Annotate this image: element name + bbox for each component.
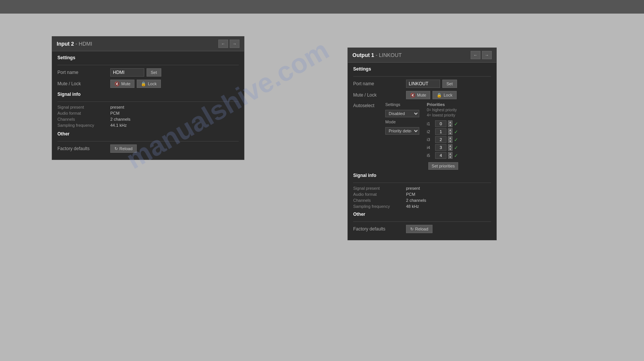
output1-disabled-select[interactable]: Disabled — [385, 110, 419, 117]
output1-sampling-value: 48 kHz — [406, 204, 419, 209]
output1-signal-present-row: Signal present present — [353, 186, 491, 190]
priority-input-i3[interactable] — [435, 136, 446, 143]
input2-sampling-value: 44.1 kHz — [110, 123, 127, 128]
set-priorities-button[interactable]: Set priorities — [428, 162, 458, 170]
mute-icon: 🔇 — [410, 93, 415, 98]
input2-portname-label: Port name — [57, 70, 110, 75]
priority-input-i5[interactable] — [435, 152, 446, 159]
priority-down-i2[interactable]: ▼ — [448, 132, 452, 135]
priority-up-i3[interactable]: ▲ — [448, 136, 452, 140]
output1-channels-value: 2 channels — [406, 198, 426, 203]
output1-set-button[interactable]: Set — [442, 80, 457, 88]
priority-up-i4[interactable]: ▲ — [448, 144, 452, 147]
input2-mute-button[interactable]: 🔇 Mute — [110, 80, 134, 88]
output1-signal-present-value: present — [406, 186, 420, 190]
input2-other-title: Other — [57, 131, 239, 138]
output1-reload-button[interactable]: ↻ Reload — [406, 225, 432, 233]
input2-portname-row: Port name Set — [57, 68, 239, 77]
reload-icon: ↻ — [114, 146, 118, 151]
output1-next-button[interactable]: → — [482, 51, 492, 59]
priority-up-i2[interactable]: ▲ — [448, 128, 452, 132]
priority-row-i1: i1 ▲ ▼ ✓ — [427, 120, 458, 127]
output1-autoselect-settings: Settings Disabled Mode Priority detect — [385, 102, 419, 170]
output1-mutelock-label: Mute / Lock — [353, 92, 406, 98]
priority-down-i4[interactable]: ▼ — [448, 147, 452, 151]
priority-check-i1: ✓ — [454, 121, 458, 127]
priority-row-i3: i3 ▲ ▼ ✓ — [427, 136, 458, 143]
output1-channels-label: Channels — [353, 198, 406, 203]
output1-factory-label: Factory defaults — [353, 226, 406, 232]
input2-audio-format-label: Audio format — [57, 111, 110, 115]
input2-channels-label: Channels — [57, 117, 110, 121]
input2-signal-present-value: present — [110, 105, 124, 109]
priority-input-i4[interactable] — [435, 144, 446, 151]
output1-audio-format-row: Audio format PCM — [353, 192, 491, 197]
input2-audio-format-row: Audio format PCM — [57, 111, 239, 115]
input2-portname-input[interactable] — [110, 68, 144, 77]
output1-priorities-hint: 0= highest priority 4= lowest priority — [427, 108, 458, 118]
priority-label-i5: i5 — [427, 153, 434, 158]
output1-mute-button[interactable]: 🔇 Mute — [406, 91, 430, 99]
output1-mode-select[interactable]: Priority detect — [385, 127, 419, 135]
output1-lock-button[interactable]: 🔒 Lock — [432, 91, 456, 99]
priority-down-i1[interactable]: ▼ — [448, 124, 452, 127]
output1-panel: Output 1 - LINKOUT ← → Settings Port nam… — [347, 48, 497, 240]
input2-signal-present-label: Signal present — [57, 105, 110, 109]
output1-autoselect-content: Settings Disabled Mode Priority detect P… — [385, 102, 458, 170]
output1-mode-sublabel: Mode — [385, 120, 419, 124]
page-content: manualshive.com Input 2 - HDMI ← → Setti… — [0, 14, 644, 361]
input2-mutelock-label: Mute / Lock — [57, 81, 110, 86]
output1-channels-row: Channels 2 channels — [353, 198, 491, 203]
priority-check-i5: ✓ — [454, 153, 458, 158]
output1-signalinfo-title: Signal info — [353, 173, 491, 180]
output1-portname-input[interactable] — [406, 80, 440, 88]
priority-spinners-i2: ▲ ▼ — [448, 128, 452, 135]
input2-channels-value: 2 channels — [110, 117, 130, 121]
priority-row-i2: i2 ▲ ▼ ✓ — [427, 128, 458, 135]
priority-up-i1[interactable]: ▲ — [448, 120, 452, 124]
input2-signalinfo-title: Signal info — [57, 92, 239, 98]
input2-prev-button[interactable]: ← — [218, 40, 228, 48]
input2-next-button[interactable]: → — [230, 40, 239, 48]
priority-label-i2: i2 — [427, 129, 434, 134]
input2-header: Input 2 - HDMI ← → — [52, 37, 244, 51]
top-bar — [0, 0, 644, 14]
priority-spinners-i4: ▲ ▼ — [448, 144, 452, 151]
output1-audio-format-value: PCM — [406, 192, 415, 197]
priority-label-i4: i4 — [427, 145, 434, 150]
output1-title: Output 1 - LINKOUT — [352, 52, 402, 58]
priority-label-i1: i1 — [427, 121, 434, 126]
priority-check-i2: ✓ — [454, 129, 458, 135]
output1-priorities-title: Priorities — [427, 102, 458, 107]
input2-signal-present-row: Signal present present — [57, 105, 239, 109]
output1-factory-row: Factory defaults ↻ Reload — [353, 225, 491, 233]
output1-portname-row: Port name Set — [353, 80, 491, 88]
output1-settings-title: Settings — [353, 66, 491, 73]
input2-mutelock-row: Mute / Lock 🔇 Mute 🔒 Lock — [57, 80, 239, 88]
priority-input-i2[interactable] — [435, 128, 446, 135]
input2-audio-format-value: PCM — [110, 111, 119, 115]
input2-factory-label: Factory defaults — [57, 146, 110, 151]
priority-up-i5[interactable]: ▲ — [448, 152, 452, 155]
output1-settings-sublabel: Settings — [385, 102, 419, 107]
output1-header: Output 1 - LINKOUT ← → — [348, 48, 496, 63]
priority-down-i3[interactable]: ▼ — [448, 140, 452, 143]
reload-icon: ↻ — [410, 227, 414, 232]
priority-check-i3: ✓ — [454, 137, 458, 143]
mute-icon: 🔇 — [114, 81, 120, 86]
input2-set-button[interactable]: Set — [147, 68, 161, 77]
priority-input-i1[interactable] — [435, 120, 446, 127]
priority-down-i5[interactable]: ▼ — [448, 155, 452, 159]
output1-body: Settings Port name Set Mute / Lock 🔇 Mut… — [348, 63, 496, 240]
output1-autoselect-row: Autoselect Settings Disabled Mode Priori… — [353, 102, 491, 170]
input2-reload-button[interactable]: ↻ Reload — [110, 144, 137, 153]
output1-prev-button[interactable]: ← — [471, 51, 480, 59]
output1-signal-present-label: Signal present — [353, 186, 406, 190]
input2-body: Settings Port name Set Mute / Lock 🔇 Mut… — [52, 51, 244, 160]
lock-icon: 🔒 — [141, 81, 146, 86]
input2-sampling-label: Sampling frequency — [57, 123, 110, 128]
input2-channels-row: Channels 2 channels — [57, 117, 239, 121]
input2-lock-button[interactable]: 🔒 Lock — [137, 80, 161, 88]
priority-spinners-i3: ▲ ▼ — [448, 136, 452, 143]
priority-spinners-i1: ▲ ▼ — [448, 120, 452, 127]
